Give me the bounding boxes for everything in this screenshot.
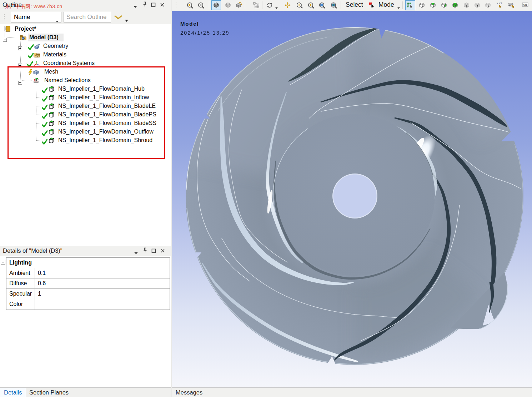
- svg-text:100: 100: [509, 4, 513, 6]
- svg-text:X.Y.Z: X.Y.Z: [497, 2, 502, 5]
- svg-text:Abc: Abc: [523, 4, 528, 6]
